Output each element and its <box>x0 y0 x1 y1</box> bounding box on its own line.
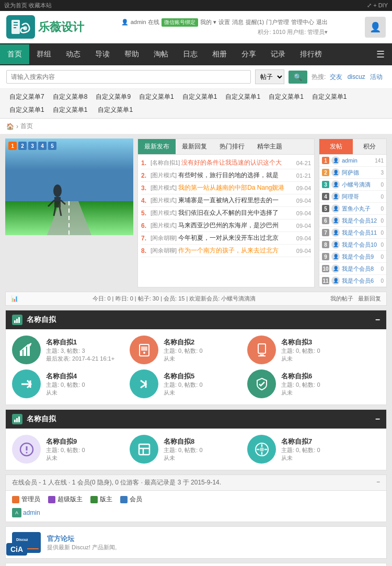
section-divider-icon-2 <box>12 414 22 424</box>
forum-name-4[interactable]: 名称自拟4 <box>46 372 124 381</box>
tab-hot-ranking[interactable]: 热门排行 <box>213 139 251 154</box>
forum-name-6[interactable]: 名称自拟6 <box>281 372 360 381</box>
leader-name-7[interactable]: 我是个会员11 <box>342 229 381 237</box>
svg-rect-33 <box>18 417 20 422</box>
post-list: 1. [名称自拟1] 没有好的条件让我迅速的认识这个大 04-21 2. [图片… <box>138 155 314 259</box>
my-link[interactable]: 我的 ▾ <box>200 18 216 26</box>
custom-menu-1d[interactable]: 自定义菜单1 <box>266 91 307 102</box>
dot-2[interactable]: 2 <box>18 142 27 150</box>
nav-records[interactable]: 记录 <box>263 44 293 64</box>
svg-rect-1 <box>14 22 18 23</box>
portal-link[interactable]: 门户管理 <box>266 18 289 26</box>
forum-icon-5 <box>130 369 158 398</box>
section-body-1: 名称自拟1 主题: 3, 帖数: 3 最后发表: 2017-4-21 16:1+… <box>6 329 386 405</box>
leader-name-4[interactable]: 阿理哥 <box>342 193 381 201</box>
custom-menu-1e[interactable]: 自定义菜单1 <box>309 91 350 102</box>
dot-3[interactable]: 3 <box>28 142 37 150</box>
role-label-admin: 管理员 <box>21 495 40 504</box>
tab-latest-replies[interactable]: 最新回复 <box>176 139 213 154</box>
tab-featured[interactable]: 精华主题 <box>251 139 289 154</box>
nav-share[interactable]: 分享 <box>234 44 263 64</box>
forum-name-8[interactable]: 名称自拟8 <box>164 437 242 446</box>
leader-tab-posts[interactable]: 发帖 <box>319 139 353 154</box>
leader-name-10[interactable]: 我是个会员8 <box>342 265 381 273</box>
custom-menu-1g[interactable]: 自定义菜单1 <box>50 105 91 115</box>
custom-menu-1a[interactable]: 自定义菜单1 <box>136 91 177 102</box>
leader-avatar-4: 👤 <box>331 192 340 201</box>
message-link[interactable]: 消息 <box>232 18 244 26</box>
leader-name-6[interactable]: 我是个会员12 <box>342 217 381 225</box>
nav-ranking[interactable]: 排行榜 <box>293 44 329 64</box>
search-button[interactable]: 🔍 <box>289 71 307 84</box>
nav-help[interactable]: 帮助 <box>117 44 146 64</box>
section-toggle-2[interactable]: − <box>375 414 380 424</box>
leader-score-8: 0 <box>381 242 384 248</box>
forum-name-9[interactable]: 名称自拟9 <box>46 437 124 446</box>
search-input[interactable] <box>6 70 251 84</box>
custom-menu-1b[interactable]: 自定义菜单1 <box>179 91 221 102</box>
post-item-6: 6. [图片模式] 马来西亚沙巴州的东海岸，是沙巴州 09-04 <box>141 220 311 232</box>
leader-name-5[interactable]: 置鱼小丸子 <box>342 205 381 213</box>
forum-meta-3: 主题: 0, 帖数: 0 <box>281 347 360 355</box>
reminder-link[interactable]: 提醒(1) <box>246 18 264 26</box>
my-posts-link[interactable]: 我的帖子 <box>330 295 353 302</box>
svg-point-9 <box>53 184 62 197</box>
forum-info-5: 名称自拟5 主题: 0, 帖数: 0 从未 <box>164 372 242 397</box>
wechat-button[interactable]: 微信账号绑定 <box>162 18 198 27</box>
role-admin: 管理员 <box>12 495 40 504</box>
nav-taopie[interactable]: 淘帖 <box>146 44 176 64</box>
breadcrumb-separator: › <box>16 123 18 130</box>
online-toggle[interactable]: − <box>376 478 380 487</box>
hot-tag-activity[interactable]: 活动 <box>370 73 383 80</box>
nav-activity[interactable]: 动态 <box>59 44 88 64</box>
custom-menu-8[interactable]: 自定义菜单8 <box>50 91 91 102</box>
post-num-2: 2. <box>141 172 148 179</box>
nav-hamburger[interactable]: ☰ <box>369 43 392 65</box>
forum-name-2[interactable]: 名称自拟2 <box>164 338 242 347</box>
search-select[interactable]: 帖子 <box>255 70 284 84</box>
dot-5[interactable]: 5 <box>48 142 56 150</box>
topbar-right: ⤢ + DIY <box>367 2 388 9</box>
logout-link[interactable]: 退出 <box>316 18 328 26</box>
custom-menu-1f[interactable]: 自定义菜单1 <box>6 105 48 115</box>
leader-avatar-6: 👤 <box>331 216 340 225</box>
leader-name-9[interactable]: 我是个会员9 <box>342 253 381 261</box>
nav-home[interactable]: 首页 <box>0 44 29 64</box>
leader-name-8[interactable]: 我是个会员10 <box>342 241 381 249</box>
leader-name-1[interactable]: admin <box>342 157 375 164</box>
hot-tag-jiaoyou[interactable]: 交友 <box>330 73 342 80</box>
nav-guide[interactable]: 导读 <box>88 44 117 64</box>
latest-reply-link[interactable]: 最新回复 <box>358 295 381 302</box>
custom-menu-7[interactable]: 自定义菜单7 <box>6 91 48 102</box>
forum-name-5[interactable]: 名称自拟5 <box>164 372 242 381</box>
forum-name-7[interactable]: 名称自拟7 <box>281 437 360 446</box>
custom-menu-1h[interactable]: 自定义菜单1 <box>95 105 136 115</box>
section-toggle-1[interactable]: − <box>375 315 380 325</box>
leader-name-11[interactable]: 我是个会员6 <box>342 277 381 285</box>
forum-name-3[interactable]: 名称自拟3 <box>281 338 360 347</box>
official-name[interactable]: 官方论坛 <box>47 534 117 544</box>
dot-4[interactable]: 4 <box>38 142 47 150</box>
dot-1[interactable]: 1 <box>8 142 17 150</box>
role-member: 会员 <box>120 495 142 504</box>
forum-name-1[interactable]: 名称自拟1 <box>46 338 124 347</box>
leader-tab-points[interactable]: 积分 <box>353 139 386 154</box>
leader-score-4: 0 <box>381 194 384 200</box>
leader-name-3[interactable]: 小螺号滴滴 <box>342 181 381 189</box>
diy-button[interactable]: + DIY <box>373 2 388 8</box>
nav-groups[interactable]: 群组 <box>29 44 59 64</box>
svg-point-36 <box>26 452 27 453</box>
rank-badge-8: 8 <box>322 241 329 248</box>
leader-name-2[interactable]: 阿萨德 <box>342 169 381 177</box>
nav-diary[interactable]: 日志 <box>176 44 205 64</box>
custom-menu-9[interactable]: 自定义菜单9 <box>93 91 134 102</box>
nav-album[interactable]: 相册 <box>205 44 234 64</box>
custom-menu-1c[interactable]: 自定义菜单1 <box>222 91 263 102</box>
home-icon[interactable]: 🏠 <box>6 123 14 130</box>
tab-latest-posts[interactable]: 最新发布 <box>138 139 176 154</box>
hot-tag-discuz[interactable]: discuz <box>348 73 365 80</box>
admin-link[interactable]: 管理中心 <box>291 18 314 26</box>
settings-link[interactable]: 设置 <box>218 18 230 26</box>
forum-last-2: 从未 <box>164 355 242 363</box>
member-admin[interactable]: A admin <box>12 508 40 517</box>
